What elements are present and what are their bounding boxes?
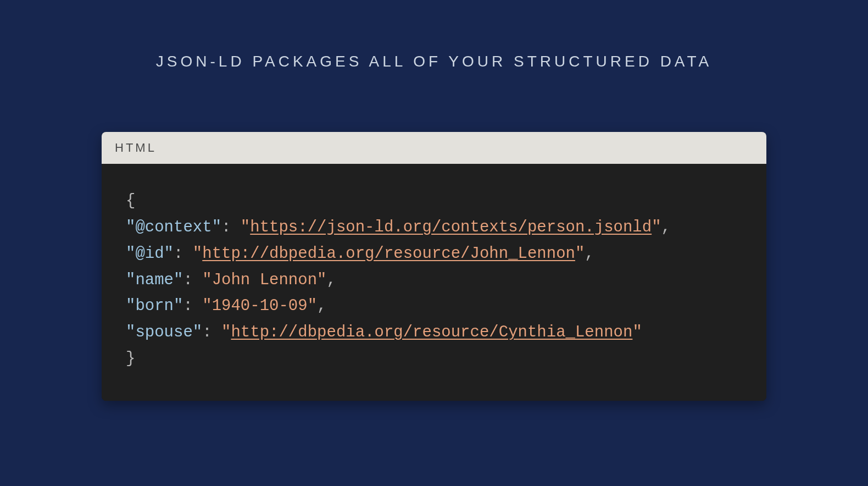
comma: , [661,218,671,236]
comma: , [317,297,326,315]
json-value-url: https://json-ld.org/contexts/person.json… [250,218,652,236]
quote-left: " [202,271,212,289]
code-line-kv: "name": "John Lennon", [126,267,742,294]
quote-right: " [575,245,585,263]
json-key: "born" [126,297,183,315]
quote-right: " [317,271,326,289]
colon: : [183,271,202,289]
comma: , [585,245,594,263]
quote-right: " [308,297,317,315]
json-value-url: http://dbpedia.org/resource/John_Lennon [202,245,575,263]
colon: : [202,323,221,341]
json-value: John Lennon [212,271,317,289]
code-block-body: { "@context": "https://json-ld.org/conte… [102,164,766,401]
colon: : [174,245,193,263]
json-value-url: http://dbpedia.org/resource/Cynthia_Lenn… [231,323,632,341]
colon: : [221,218,241,236]
code-line-close: } [126,346,742,372]
code-block-header: HTML [102,132,766,164]
quote-left: " [202,297,212,315]
json-key: "name" [126,271,183,289]
code-line-kv: "born": "1940-10-09", [126,293,742,319]
quote-left: " [193,245,202,263]
code-language-label: HTML [115,141,157,154]
json-key: "@context" [126,218,221,236]
comma: , [326,271,336,289]
json-key: "spouse" [126,323,202,341]
colon: : [183,297,202,315]
quote-right: " [632,323,642,341]
quote-left: " [241,218,250,236]
quote-right: " [652,218,661,236]
code-line-open: { [126,188,742,214]
code-line-kv: "@context": "https://json-ld.org/context… [126,214,742,241]
brace-close: } [126,350,135,368]
brace-open: { [126,192,135,210]
slide-title: JSON-LD PACKAGES ALL OF YOUR STRUCTURED … [156,53,712,70]
json-key: "@id" [126,245,174,263]
code-line-kv: "@id": "http://dbpedia.org/resource/John… [126,241,742,267]
slide-page: JSON-LD PACKAGES ALL OF YOUR STRUCTURED … [0,0,868,486]
json-value: 1940-10-09 [212,297,308,315]
quote-left: " [221,323,231,341]
code-line-kv: "spouse": "http://dbpedia.org/resource/C… [126,319,742,346]
code-block: HTML { "@context": "https://json-ld.org/… [102,132,766,401]
